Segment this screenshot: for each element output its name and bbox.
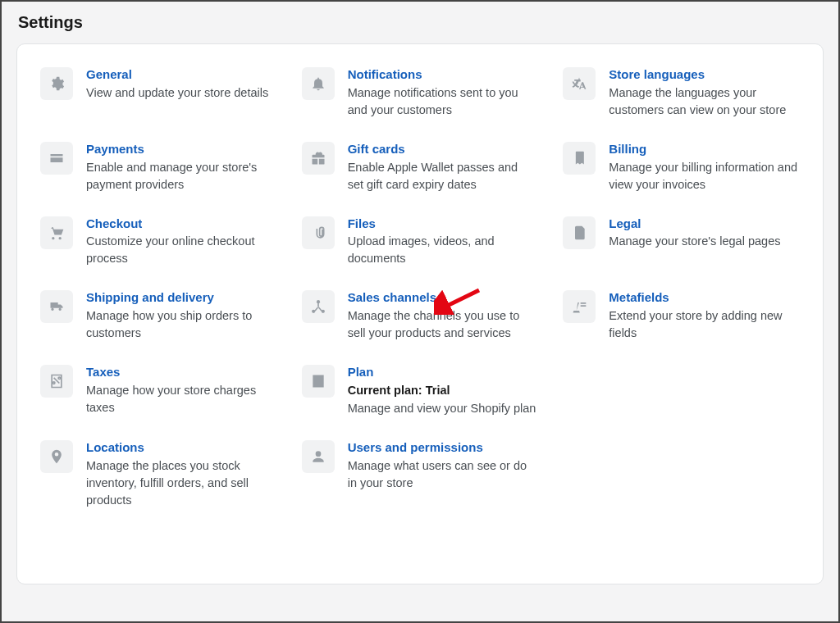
settings-item-title: General	[86, 67, 268, 83]
settings-grid: GeneralView and update your store detail…	[40, 67, 800, 509]
settings-item-title: Metafields	[609, 290, 797, 306]
notifications-icon	[302, 67, 335, 100]
settings-item-desc: Manage the languages your customers can …	[609, 84, 797, 119]
locations-icon	[40, 440, 73, 473]
settings-item-title: Sales channels	[348, 290, 536, 306]
settings-item-desc: Manage the places you stock inventory, f…	[86, 457, 275, 509]
grid-spacer	[563, 365, 800, 417]
gift-cards-icon	[302, 142, 335, 175]
settings-item-desc: Enable and manage your store's payment p…	[86, 159, 275, 193]
settings-item-shipping[interactable]: Shipping and deliveryManage how you ship…	[40, 290, 277, 342]
legal-icon	[563, 216, 596, 249]
sales-channels-icon	[302, 290, 335, 323]
settings-item-title: Files	[348, 216, 536, 232]
settings-item-general[interactable]: GeneralView and update your store detail…	[40, 67, 277, 119]
settings-item-desc: Enable Apple Wallet passes and set gift …	[348, 159, 536, 193]
settings-item-text: Shipping and deliveryManage how you ship…	[86, 290, 275, 342]
settings-item-text: Users and permissionsManage what users c…	[348, 440, 536, 492]
settings-item-text: PaymentsEnable and manage your store's p…	[86, 142, 275, 193]
settings-item-legal[interactable]: LegalManage your store's legal pages	[563, 216, 800, 268]
settings-item-text: BillingManage your billing information a…	[609, 142, 797, 193]
settings-item-taxes[interactable]: TaxesManage how your store charges taxes	[40, 365, 277, 417]
settings-item-title: Store languages	[609, 67, 797, 83]
settings-item-title: Notifications	[348, 67, 536, 83]
settings-item-title: Locations	[86, 440, 275, 456]
settings-item-desc: Manage how your store charges taxes	[86, 382, 275, 416]
settings-item-text: GeneralView and update your store detail…	[86, 67, 268, 102]
svg-point-0	[317, 300, 320, 303]
settings-item-title: Users and permissions	[348, 440, 536, 456]
files-icon	[302, 216, 335, 249]
grid-spacer	[563, 440, 800, 509]
plan-icon	[302, 365, 335, 398]
settings-item-desc: View and update your store details	[86, 84, 268, 102]
users-icon	[302, 440, 335, 473]
checkout-icon	[40, 216, 73, 249]
settings-item-text: Store languagesManage the languages your…	[609, 67, 797, 119]
settings-item-title: Shipping and delivery	[86, 290, 275, 306]
payments-icon	[40, 142, 73, 175]
settings-item-users[interactable]: Users and permissionsManage what users c…	[302, 440, 539, 509]
settings-item-title: Taxes	[86, 365, 275, 380]
settings-item-desc: Manage your store's legal pages	[609, 233, 780, 250]
settings-item-files[interactable]: FilesUpload images, videos, and document…	[302, 216, 539, 268]
settings-item-text: TaxesManage how your store charges taxes	[86, 365, 275, 416]
settings-item-desc: Customize your online checkout process	[86, 233, 275, 267]
settings-item-text: CheckoutCustomize your online checkout p…	[86, 216, 275, 268]
settings-item-text: NotificationsManage notifications sent t…	[348, 67, 536, 119]
page-title: Settings	[18, 13, 824, 32]
settings-item-desc: Upload images, videos, and documents	[348, 233, 536, 267]
settings-item-title: Billing	[609, 142, 797, 157]
taxes-icon	[40, 365, 73, 398]
settings-item-locations[interactable]: LocationsManage the places you stock inv…	[40, 440, 277, 509]
settings-item-extra: Current plan: Trial	[348, 382, 536, 398]
settings-card: GeneralView and update your store detail…	[16, 43, 824, 584]
settings-item-desc: Manage your billing information and view…	[609, 159, 797, 193]
settings-item-title: Gift cards	[348, 142, 536, 157]
shipping-icon	[40, 290, 73, 323]
settings-item-store-languages[interactable]: Store languagesManage the languages your…	[563, 67, 800, 119]
settings-item-desc: Manage what users can see or do in your …	[348, 457, 536, 492]
settings-item-text: Sales channelsManage the channels you us…	[348, 290, 536, 342]
settings-page: Settings GeneralView and update your sto…	[2, 2, 838, 599]
settings-item-title: Checkout	[86, 216, 275, 232]
settings-item-text: LegalManage your store's legal pages	[609, 216, 780, 251]
settings-item-desc: Manage how you ship orders to customers	[86, 307, 275, 342]
settings-item-desc: Extend your store by adding new fields	[609, 307, 797, 342]
settings-item-notifications[interactable]: NotificationsManage notifications sent t…	[302, 67, 539, 119]
settings-item-title: Plan	[348, 365, 536, 380]
settings-item-text: LocationsManage the places you stock inv…	[86, 440, 275, 509]
store-languages-icon	[563, 67, 596, 100]
settings-item-payments[interactable]: PaymentsEnable and manage your store's p…	[40, 142, 277, 193]
metafields-icon	[563, 290, 596, 323]
settings-item-checkout[interactable]: CheckoutCustomize your online checkout p…	[40, 216, 277, 268]
billing-icon	[563, 142, 596, 175]
settings-item-desc: Manage the channels you use to sell your…	[348, 307, 536, 342]
settings-item-desc: Manage notifications sent to you and you…	[348, 84, 536, 119]
settings-item-text: MetafieldsExtend your store by adding ne…	[609, 290, 797, 342]
settings-item-text: Gift cardsEnable Apple Wallet passes and…	[348, 142, 536, 193]
settings-item-billing[interactable]: BillingManage your billing information a…	[563, 142, 800, 193]
settings-item-gift-cards[interactable]: Gift cardsEnable Apple Wallet passes and…	[302, 142, 539, 193]
settings-item-metafields[interactable]: MetafieldsExtend your store by adding ne…	[563, 290, 800, 342]
settings-item-text: FilesUpload images, videos, and document…	[348, 216, 536, 268]
general-icon	[40, 67, 73, 100]
settings-item-sales-channels[interactable]: Sales channelsManage the channels you us…	[302, 290, 539, 342]
svg-point-2	[321, 310, 324, 313]
settings-item-title: Legal	[609, 216, 780, 232]
settings-item-desc: Manage and view your Shopify plan	[348, 400, 536, 417]
svg-point-1	[312, 310, 315, 313]
settings-item-text: PlanCurrent plan: TrialManage and view y…	[348, 365, 536, 417]
settings-item-plan[interactable]: PlanCurrent plan: TrialManage and view y…	[302, 365, 539, 417]
settings-item-title: Payments	[86, 142, 275, 157]
